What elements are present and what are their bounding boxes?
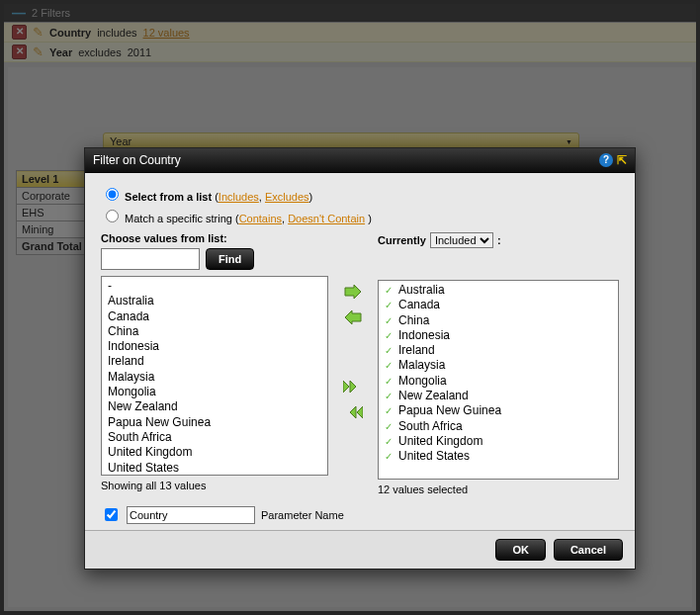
list-item[interactable]: Canada	[383, 298, 614, 312]
radio-select-from-list[interactable]: Select from a list (Includes, Excludes)	[101, 185, 619, 203]
parameter-name-label: Parameter Name	[261, 509, 344, 521]
radio-match-string[interactable]: Match a specific string (Contains, Doesn…	[101, 207, 619, 224]
remove-all-button[interactable]	[343, 404, 363, 420]
radio-label: Select from a list	[125, 191, 212, 203]
list-item[interactable]: Indonesia	[106, 339, 323, 354]
selected-status: 12 values selected	[378, 483, 619, 495]
add-one-button[interactable]	[344, 284, 362, 300]
selected-listbox[interactable]: AustraliaCanadaChinaIndonesiaIrelandMala…	[378, 280, 619, 480]
dialog-footer: OK Cancel	[85, 530, 635, 569]
choose-label: Choose values from list:	[101, 232, 328, 244]
expand-icon[interactable]: ⇱	[617, 153, 627, 167]
list-item[interactable]: Canada	[106, 309, 323, 324]
radio-input[interactable]	[106, 210, 119, 222]
currently-select[interactable]: Included	[430, 232, 493, 248]
dialog-title: Filter on Country	[93, 153, 181, 167]
find-input[interactable]	[101, 248, 200, 270]
list-item[interactable]: Mongolia	[383, 374, 614, 389]
source-status: Showing all 13 values	[101, 480, 328, 491]
list-item[interactable]: New Zealand	[383, 389, 614, 403]
currently-label: Currently	[378, 234, 426, 246]
help-icon[interactable]: ?	[599, 153, 613, 167]
doesnt-contain-link[interactable]: Doesn't Contain	[288, 213, 365, 224]
list-item[interactable]: Australia	[383, 283, 614, 298]
list-item[interactable]: United States	[383, 449, 614, 464]
contains-link[interactable]: Contains	[239, 213, 282, 224]
colon: :	[497, 234, 501, 246]
radio-label: Match a specific string	[125, 213, 232, 224]
list-item[interactable]: China	[383, 313, 614, 328]
dialog-header[interactable]: Filter on Country ? ⇱	[85, 148, 635, 173]
source-listbox[interactable]: -AustraliaCanadaChinaIndonesiaIrelandMal…	[101, 276, 328, 476]
filter-dialog: Filter on Country ? ⇱ Select from a list…	[84, 147, 636, 570]
list-item[interactable]: South Africa	[106, 430, 323, 445]
remove-one-button[interactable]	[344, 309, 362, 325]
excludes-link[interactable]: Excludes	[265, 191, 309, 203]
list-item[interactable]: United Kingdom	[106, 445, 323, 460]
list-item[interactable]: United States	[106, 461, 323, 476]
parameter-checkbox[interactable]	[105, 508, 118, 521]
parameter-name-input[interactable]	[127, 506, 255, 524]
cancel-button[interactable]: Cancel	[554, 539, 623, 561]
ok-button[interactable]: OK	[495, 539, 546, 561]
list-item[interactable]: United Kingdom	[383, 434, 614, 449]
list-item[interactable]: Ireland	[106, 354, 323, 369]
list-item[interactable]: -	[106, 279, 323, 294]
list-item[interactable]: Papua New Guinea	[383, 403, 614, 418]
list-item[interactable]: Australia	[106, 294, 323, 308]
includes-link[interactable]: Includes	[219, 191, 259, 203]
list-item[interactable]: Mongolia	[106, 385, 323, 399]
list-item[interactable]: New Zealand	[106, 399, 323, 414]
radio-input[interactable]	[106, 188, 119, 201]
list-item[interactable]: Papua New Guinea	[106, 415, 323, 430]
list-item[interactable]: Malaysia	[106, 370, 323, 385]
add-all-button[interactable]	[343, 379, 363, 395]
find-button[interactable]: Find	[206, 248, 254, 270]
list-item[interactable]: China	[106, 324, 323, 339]
list-item[interactable]: Malaysia	[383, 358, 614, 373]
dialog-body: Select from a list (Includes, Excludes) …	[85, 173, 635, 530]
list-item[interactable]: Ireland	[383, 343, 614, 358]
list-item[interactable]: Indonesia	[383, 328, 614, 343]
list-item[interactable]: South Africa	[383, 419, 614, 434]
